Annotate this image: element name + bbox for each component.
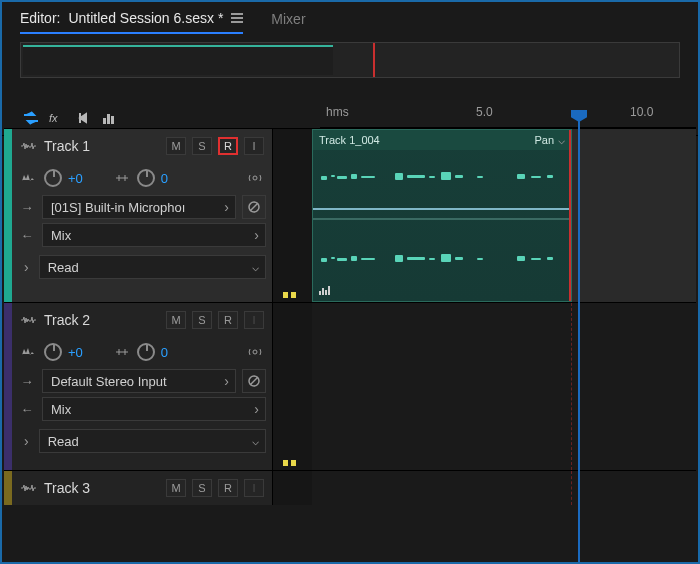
input-arrow-icon [18,374,36,388]
track-name[interactable]: Track 2 [44,312,160,328]
swap-icon[interactable] [20,107,42,129]
svg-point-9 [253,350,257,354]
level-meter [272,129,312,302]
track-3: Track 3 M S R I [4,470,696,505]
phase-button[interactable] [242,195,266,219]
monitor-icon[interactable] [246,345,264,359]
output-selector[interactable]: Mix [42,223,266,247]
fx-icon[interactable]: fx [46,107,68,129]
arm-record-button[interactable]: R [218,311,238,329]
volume-icon [20,171,38,185]
mute-button[interactable]: M [166,311,186,329]
arm-record-button[interactable]: R [218,137,238,155]
audio-clip[interactable]: Track 1_004 Pan [312,129,572,302]
input-selector[interactable]: Default Stereo Input [42,369,236,393]
ruler-tick: 5.0 [476,105,493,119]
expand-chevron-icon[interactable] [24,432,29,450]
solo-button[interactable]: S [192,479,212,497]
output-selector[interactable]: Mix [42,397,266,421]
pan-icon [113,345,131,359]
pan-value[interactable]: 0 [161,171,168,186]
input-value: [01S] Built-in Microphoı [51,200,185,215]
input-selector[interactable]: [01S] Built-in Microphoı [42,195,236,219]
track-color-strip[interactable] [4,303,12,470]
automation-mode-selector[interactable]: Read [39,255,266,279]
tab-mixer-label: Mixer [271,11,305,27]
automation-mode-value: Read [48,260,79,275]
tab-mixer[interactable]: Mixer [271,5,305,33]
output-value: Mix [51,228,71,243]
track-lane[interactable]: Track 1_004 Pan [312,129,696,302]
mute-button[interactable]: M [166,479,186,497]
track-lane[interactable] [312,471,696,505]
chevron-down-icon [252,260,259,274]
pan-knob[interactable] [137,169,155,187]
monitor-icon[interactable] [246,171,264,185]
pan-icon [113,171,131,185]
volume-knob[interactable] [44,343,62,361]
waveform-left [317,158,567,198]
output-arrow-icon [18,228,36,242]
volume-value[interactable]: +0 [68,345,83,360]
monitor-input-button[interactable]: I [244,479,264,497]
monitor-input-button[interactable]: I [244,137,264,155]
tracks-area: Track 1 M S R I +0 0 [4,128,696,560]
track-name[interactable]: Track 3 [44,480,160,496]
track-header: Track 3 M S R I [12,471,272,505]
record-region-outline [312,471,572,505]
chevron-down-icon[interactable] [558,133,565,147]
tab-editor-prefix: Editor: [20,10,60,26]
pan-knob[interactable] [137,343,155,361]
track-header: Track 1 M S R I +0 0 [12,129,272,302]
output-arrow-icon [18,402,36,416]
tab-editor[interactable]: Editor: Untitled Session 6.sesx * [20,4,243,34]
eq-icon[interactable] [98,107,120,129]
output-value: Mix [51,402,71,417]
expand-chevron-icon[interactable] [24,258,29,276]
phase-button[interactable] [242,369,266,393]
level-meter [272,471,312,505]
level-meter [272,303,312,470]
panel-tabs: Editor: Untitled Session 6.sesx * Mixer [2,2,698,36]
playhead[interactable] [578,118,580,562]
input-arrow-icon [18,200,36,214]
mute-button[interactable]: M [166,137,186,155]
volume-knob[interactable] [44,169,62,187]
solo-button[interactable]: S [192,311,212,329]
input-value: Default Stereo Input [51,374,167,389]
pan-value[interactable]: 0 [161,345,168,360]
overview-visible-range[interactable] [23,45,333,75]
clip-name: Track 1_004 [319,134,380,146]
volume-value[interactable]: +0 [68,171,83,186]
svg-rect-3 [111,116,114,124]
time-ruler[interactable]: hms 5.0 10.0 [320,100,696,128]
track-color-strip[interactable] [4,129,12,302]
clip-eq-icon [319,286,330,295]
clip-pan-line[interactable] [313,218,571,220]
track-color-strip[interactable] [4,471,12,505]
chevron-right-icon [254,227,259,243]
clip-header[interactable]: Track 1_004 Pan [313,130,571,150]
svg-rect-1 [103,118,106,124]
record-region-outline [312,303,572,470]
svg-rect-2 [107,114,110,124]
chevron-right-icon [224,373,229,389]
arm-record-button[interactable]: R [218,479,238,497]
monitor-input-button[interactable]: I [244,311,264,329]
empty-lane-area[interactable] [572,129,696,302]
automation-mode-selector[interactable]: Read [39,429,266,453]
waveform-icon [20,481,38,495]
solo-button[interactable]: S [192,137,212,155]
track-name[interactable]: Track 1 [44,138,160,154]
track-lane[interactable] [312,303,696,470]
app-window: Editor: Untitled Session 6.sesx * Mixer … [0,0,700,564]
track-1: Track 1 M S R I +0 0 [4,128,696,302]
waveform-icon [20,139,38,153]
waveform-icon [20,313,38,327]
clip-volume-line[interactable] [313,208,571,210]
overview-timeline[interactable] [20,42,680,78]
tab-editor-file: Untitled Session 6.sesx * [68,10,223,26]
send-icon[interactable] [72,107,94,129]
automation-mode-value: Read [48,434,79,449]
panel-menu-icon[interactable] [231,13,243,23]
